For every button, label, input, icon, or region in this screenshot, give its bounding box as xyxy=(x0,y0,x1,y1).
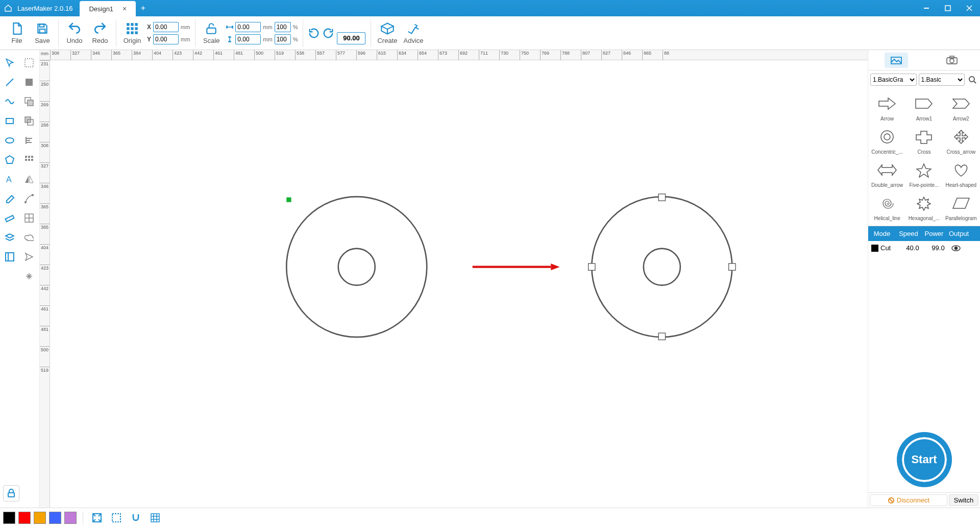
subtract-tool[interactable] xyxy=(19,111,39,131)
mirror-tool[interactable] xyxy=(19,170,39,189)
rotate-ccw-button[interactable] xyxy=(308,28,320,39)
layer-row[interactable]: Cut 40.0 99.0 xyxy=(868,241,980,255)
svg-marker-40 xyxy=(30,176,33,183)
line-tool[interactable] xyxy=(0,73,19,92)
shape-circle-outer-left[interactable] xyxy=(286,197,427,337)
width-pct-input[interactable] xyxy=(275,22,291,32)
color-swatch[interactable] xyxy=(3,512,15,524)
shape-circle-inner-right[interactable] xyxy=(644,249,680,285)
selection-handle-e[interactable] xyxy=(729,264,736,270)
layer-output-toggle[interactable] xyxy=(951,245,973,252)
file-label: File xyxy=(12,37,22,44)
redo-button[interactable]: Redo xyxy=(87,17,113,50)
array-tool[interactable] xyxy=(19,150,39,170)
start-button[interactable]: Start xyxy=(900,435,949,484)
canvas-tool[interactable] xyxy=(0,247,19,267)
layers-tool[interactable] xyxy=(0,228,19,247)
svg-rect-37 xyxy=(31,159,33,161)
send-tool[interactable] xyxy=(19,247,39,267)
eraser-tool[interactable] xyxy=(0,189,19,208)
laser-burst-tool[interactable] xyxy=(19,267,39,286)
save-button[interactable]: Save xyxy=(30,17,55,50)
shape-category-select-2[interactable]: 1.Basic xyxy=(919,74,965,86)
create-button[interactable]: Create xyxy=(374,17,400,50)
color-swatch[interactable] xyxy=(34,512,46,524)
width-input[interactable] xyxy=(235,22,261,32)
select-tool[interactable] xyxy=(0,53,19,73)
shape-item-cross-arrow[interactable]: Cross_arrow xyxy=(943,124,979,156)
ellipse-tool[interactable] xyxy=(0,131,19,150)
align-left-tool[interactable] xyxy=(19,131,39,150)
grid-button[interactable] xyxy=(148,510,163,525)
file-button[interactable]: File xyxy=(4,17,30,50)
redo-label: Redo xyxy=(92,37,108,44)
shape-item-double-arrow[interactable]: Double_arrow xyxy=(869,157,905,189)
shapes-library-tab[interactable] xyxy=(885,53,908,68)
svg-rect-35 xyxy=(25,159,27,161)
lock-toggle[interactable] xyxy=(3,485,19,501)
new-tab-button[interactable]: + xyxy=(136,1,150,15)
selection-handle-w[interactable] xyxy=(589,264,595,270)
measure-tool[interactable] xyxy=(0,208,19,228)
tab-design1[interactable]: Design1 × xyxy=(80,1,136,16)
layer-mode: Cut xyxy=(880,244,900,252)
h-pct-unit: % xyxy=(293,36,298,42)
color-swatch[interactable] xyxy=(64,512,77,524)
text-tool[interactable]: A xyxy=(0,170,19,189)
window-close-button[interactable] xyxy=(959,0,980,16)
shape-item-cross[interactable]: Cross xyxy=(906,124,942,156)
shape-circle-outer-right[interactable] xyxy=(592,197,732,337)
height-input[interactable] xyxy=(235,34,261,44)
window-minimize-button[interactable] xyxy=(916,0,937,16)
shape-item-parallelogram[interactable]: Parallelogram xyxy=(943,190,979,223)
tab-close-icon[interactable]: × xyxy=(122,5,127,13)
rectangle-tool[interactable] xyxy=(0,111,19,131)
height-icon xyxy=(226,36,233,42)
undo-button[interactable]: Undo xyxy=(62,17,87,50)
cloud-tool[interactable] xyxy=(19,228,39,247)
shape-item-arrow[interactable]: Arrow xyxy=(869,91,905,123)
shape-item-hexagonal-[interactable]: Hexagonal_... xyxy=(906,190,942,223)
shape-thumb-icon xyxy=(910,192,938,214)
origin-marker xyxy=(286,197,291,202)
marquee-tool[interactable] xyxy=(19,53,39,73)
color-swatch[interactable] xyxy=(18,512,31,524)
fit-screen-button[interactable] xyxy=(89,510,105,525)
shape-item-concentric-[interactable]: Concentric_... xyxy=(869,124,905,156)
shape-item-five-pointe-[interactable]: Five-pointe... xyxy=(906,157,942,189)
origin-button[interactable]: Origin xyxy=(119,17,145,50)
path-edit-tool[interactable] xyxy=(19,189,39,208)
design-canvas[interactable] xyxy=(50,60,868,508)
height-pct-input[interactable] xyxy=(275,34,291,44)
undo-label: Undo xyxy=(66,37,82,44)
connection-switch-button[interactable]: Switch xyxy=(949,494,978,506)
y-input[interactable] xyxy=(153,34,179,44)
rotate-cw-button[interactable] xyxy=(323,28,334,39)
camera-tab[interactable] xyxy=(940,53,964,68)
snap-button[interactable] xyxy=(128,510,143,525)
shape-item-helical-line[interactable]: Helical_line xyxy=(869,190,905,223)
svg-rect-53 xyxy=(8,493,14,497)
selection-handle-n[interactable] xyxy=(658,194,665,201)
scale-button[interactable]: Scale xyxy=(199,17,224,50)
shape-search-button[interactable] xyxy=(967,74,978,85)
advice-button[interactable]: Advice xyxy=(400,17,426,50)
rotation-input[interactable] xyxy=(337,32,365,44)
selection-handle-s[interactable] xyxy=(658,333,665,340)
window-maximize-button[interactable] xyxy=(937,0,959,16)
polygon-tool[interactable] xyxy=(0,150,19,170)
curve-tool[interactable] xyxy=(0,92,19,111)
zoom-selection-button[interactable] xyxy=(109,510,124,525)
x-input[interactable] xyxy=(153,22,179,32)
home-button[interactable] xyxy=(0,0,16,16)
grid-box-tool[interactable] xyxy=(19,208,39,228)
connection-status[interactable]: Disconnect xyxy=(870,494,947,506)
shape-circle-inner-left[interactable] xyxy=(338,249,375,285)
shape-item-arrow1[interactable]: Arrow1 xyxy=(906,91,942,123)
shape-item-heart-shaped[interactable]: Heart-shaped xyxy=(943,157,979,189)
shape-category-select-1[interactable]: 1.BasicGra xyxy=(870,74,917,86)
color-swatch[interactable] xyxy=(49,512,61,524)
shape-item-arrow2[interactable]: Arrow2 xyxy=(943,91,979,123)
fill-tool[interactable] xyxy=(19,73,39,92)
combine-tool[interactable] xyxy=(19,92,39,111)
